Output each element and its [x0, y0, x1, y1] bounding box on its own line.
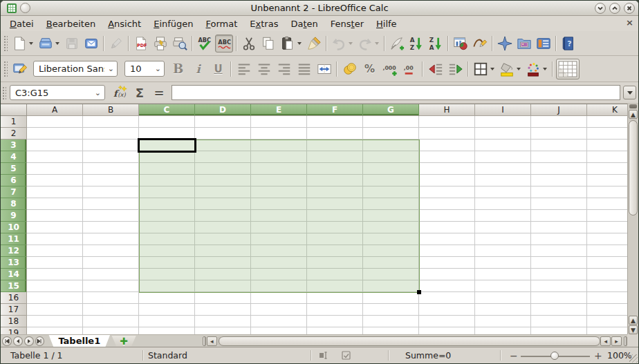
row-header-18[interactable]: 18 [1, 316, 27, 327]
row-header-11[interactable]: 11 [1, 233, 27, 245]
equals-button[interactable]: = [149, 84, 169, 102]
column-header-K[interactable]: K [587, 104, 627, 116]
column-header-C[interactable]: C [139, 104, 195, 116]
chevron-down-icon[interactable]: ⌄ [108, 64, 114, 73]
scroll-down-button[interactable]: ▼ [629, 325, 638, 334]
row-header-10[interactable]: 10 [1, 222, 27, 233]
auto-spellcheck-button[interactable]: ABC [215, 35, 233, 52]
next-sheet-button[interactable] [24, 336, 34, 346]
menu-bearbeiten[interactable]: Bearbeiten [40, 17, 102, 30]
row-header-17[interactable]: 17 [1, 304, 27, 316]
gallery-button[interactable] [515, 35, 533, 52]
title-bar[interactable]: Unbenannt 2 - LibreOffice Calc [1, 1, 638, 16]
previous-sheet-button[interactable] [13, 336, 23, 346]
row-header-14[interactable]: 14 [1, 269, 27, 280]
sheet-info[interactable]: Tabelle 1 / 1 [10, 347, 63, 363]
font-color-dropdown-arrow[interactable] [541, 60, 548, 78]
sort-descending-button[interactable]: ZA [427, 35, 445, 52]
cut-button[interactable] [240, 35, 258, 52]
name-box[interactable]: C3:G15 ⌄ [10, 85, 105, 100]
clone-formatting-button[interactable] [305, 35, 323, 52]
row-header-8[interactable]: 8 [1, 198, 27, 210]
percent-button[interactable]: % [360, 59, 379, 79]
row-header-7[interactable]: 7 [1, 186, 27, 198]
maximize-button[interactable] [609, 3, 620, 14]
row-header-9[interactable]: 9 [1, 210, 27, 222]
align-right-button[interactable] [275, 59, 293, 79]
row-header-12[interactable]: 12 [1, 245, 27, 257]
select-all-corner[interactable] [1, 104, 27, 116]
row-header-6[interactable]: 6 [1, 175, 27, 186]
horizontal-split-handle[interactable] [624, 336, 627, 346]
italic-button[interactable]: i [189, 59, 207, 79]
menu-ansicht[interactable]: Ansicht [102, 17, 147, 30]
font-color-button[interactable] [524, 59, 549, 79]
draw-functions-button[interactable] [471, 35, 489, 52]
minimize-button[interactable] [595, 3, 606, 14]
insert-chart-button[interactable] [452, 35, 470, 52]
row-header-19[interactable]: 19 [1, 327, 27, 334]
spelling-button[interactable]: ABC [196, 35, 214, 52]
document-close-icon[interactable]: × [626, 17, 633, 28]
delete-decimal-button[interactable]: ,00 [400, 59, 419, 79]
background-color-button[interactable] [498, 59, 523, 79]
font-size-combo[interactable]: 10⌄ [124, 61, 165, 77]
paste-button[interactable] [279, 35, 304, 52]
decrease-indent-button[interactable] [426, 59, 445, 79]
scroll-left-button[interactable]: ◂ [207, 336, 217, 346]
document-modified-icon[interactable] [341, 347, 351, 363]
edit-file-button[interactable] [107, 35, 125, 52]
zoom-percent[interactable]: 100% [607, 347, 632, 363]
open-dropdown-arrow[interactable] [54, 35, 60, 52]
column-header-J[interactable]: J [531, 104, 587, 116]
align-justify-button[interactable] [295, 59, 313, 79]
scroll-up-button-secondary[interactable]: ▲ [629, 316, 638, 325]
export-pdf-button[interactable]: PDF [132, 35, 150, 52]
horizontal-scrollbar-thumb[interactable] [219, 336, 600, 346]
new-document-dropdown-arrow[interactable] [28, 35, 34, 52]
redo-button[interactable] [356, 35, 381, 52]
function-wizard-button[interactable]: f(x) [111, 84, 130, 102]
background-color-dropdown-arrow[interactable] [515, 60, 521, 78]
column-header-D[interactable]: D [195, 104, 251, 116]
sort-ascending-button[interactable]: AZ [407, 35, 425, 52]
borders-dropdown-arrow[interactable] [489, 60, 495, 78]
add-decimal-button[interactable]: ,000 [380, 59, 399, 79]
scroll-up-button[interactable]: ▲ [629, 110, 638, 119]
column-header-F[interactable]: F [307, 104, 363, 116]
menu-daten[interactable]: Daten [284, 17, 324, 30]
zoom-out-button[interactable]: − [510, 347, 518, 363]
open-button[interactable] [37, 35, 62, 52]
column-header-I[interactable]: I [475, 104, 531, 116]
row-header-15[interactable]: 15 [1, 280, 27, 292]
menu-hilfe[interactable]: Hilfe [370, 17, 403, 30]
undo-dropdown-arrow[interactable] [347, 35, 353, 52]
row-header-4[interactable]: 4 [1, 151, 27, 163]
scroll-right-button[interactable]: ▸ [611, 336, 622, 346]
print-preview-button[interactable] [171, 35, 189, 52]
chevron-down-icon[interactable]: ⌄ [95, 88, 101, 97]
copy-button[interactable] [259, 35, 277, 52]
currency-button[interactable] [340, 59, 359, 79]
column-header-B[interactable]: B [83, 104, 139, 116]
scroll-left-button-secondary[interactable]: ◂ [600, 336, 611, 346]
insert-mode-icon[interactable] [319, 347, 329, 363]
help-button[interactable]: ? [559, 35, 577, 52]
align-left-button[interactable] [234, 59, 253, 79]
row-header-13[interactable]: 13 [1, 257, 27, 269]
page-style[interactable]: Standard [148, 347, 187, 363]
undo-button[interactable] [330, 35, 355, 52]
tab-scrollbar-divider[interactable] [203, 336, 206, 346]
sum-status[interactable]: Summe=0 [405, 347, 451, 363]
paste-dropdown-arrow[interactable] [296, 35, 302, 52]
resize-grip-icon[interactable] [629, 354, 638, 363]
navigator-button[interactable] [496, 35, 514, 52]
vertical-split-handle[interactable] [629, 104, 637, 108]
menu-fenster[interactable]: Fenster [324, 17, 370, 30]
sheet-tab-tabelle1[interactable]: Tabelle1 [48, 335, 110, 347]
first-sheet-button[interactable] [2, 336, 12, 346]
row-header-5[interactable]: 5 [1, 163, 27, 175]
row-header-3[interactable]: 3 [1, 140, 27, 151]
row-header-16[interactable]: 16 [1, 292, 27, 304]
fill-handle[interactable] [417, 290, 421, 294]
